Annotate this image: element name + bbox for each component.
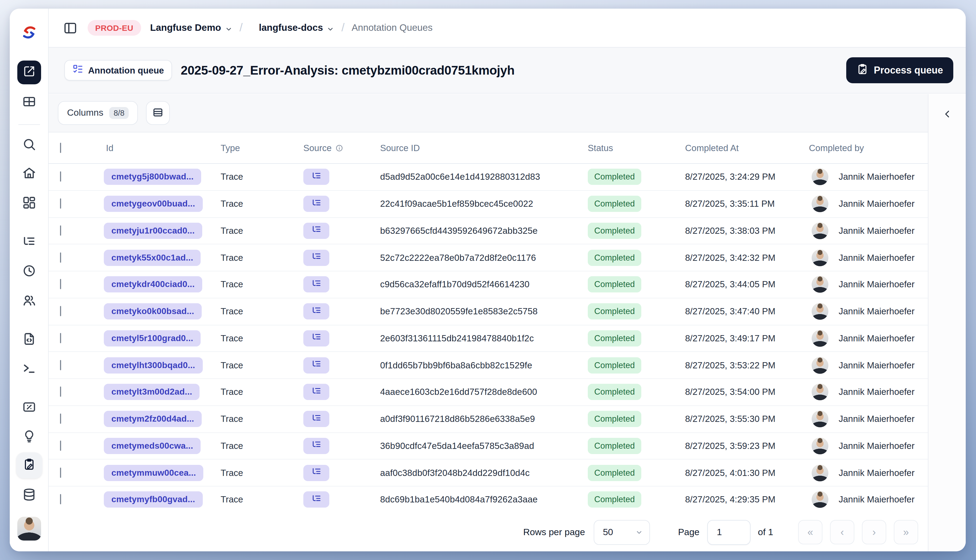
- sidebar-item-evaluators[interactable]: [22, 429, 36, 443]
- search-icon: [22, 137, 36, 152]
- column-header-completed-at[interactable]: Completed At: [685, 143, 739, 153]
- source-trace-chip[interactable]: [304, 330, 329, 347]
- queue-item-id-badge[interactable]: cmetymeds00cwa...: [104, 438, 200, 454]
- table-row[interactable]: cmetymeds00cwa... Trace 36b90cdfc47e5da1…: [48, 433, 928, 460]
- sidebar-item-tracing-table[interactable]: [22, 95, 36, 108]
- queue-item-id-badge[interactable]: cmetyg5j800bwad...: [104, 169, 201, 185]
- source-trace-chip[interactable]: [304, 492, 329, 508]
- source-trace-chip[interactable]: [304, 223, 329, 239]
- status-badge: Completed: [588, 330, 641, 347]
- previous-page-button[interactable]: ‹: [830, 520, 854, 544]
- table-row[interactable]: cmetym2fz00d4ad... Trace a0df3f901167218…: [48, 406, 928, 433]
- table-row[interactable]: cmetygeov00buad... Trace 22c41f09acae5b1…: [48, 191, 928, 218]
- sidebar-item-playground[interactable]: [22, 361, 36, 375]
- row-checkbox[interactable]: [60, 387, 61, 397]
- sidebar-item-annotation-queues-active[interactable]: [16, 452, 42, 478]
- table-row[interactable]: cmetyko0k00bsad... Trace be7723e30d80205…: [48, 298, 928, 325]
- column-header-id[interactable]: Id: [106, 143, 113, 153]
- table-row[interactable]: cmetylht300bqad0... Trace 0f1dd65b7bb9bf…: [48, 352, 928, 379]
- item-type: Trace: [220, 252, 243, 263]
- row-checkbox[interactable]: [60, 333, 61, 343]
- table-row[interactable]: cmetyl5r100grad0... Trace 2e603f31361115…: [48, 325, 928, 352]
- sidebar-item-search[interactable]: [22, 137, 36, 152]
- sidebar-item-go-to-project[interactable]: [17, 60, 41, 84]
- next-page-button[interactable]: ›: [862, 520, 886, 544]
- column-header-completed-by[interactable]: Completed by: [809, 143, 864, 153]
- table-row[interactable]: cmetyk55x00c1ad... Trace 52c72c2222ea78e…: [48, 245, 928, 272]
- row-checkbox[interactable]: [60, 198, 61, 208]
- breadcrumb-bar: PROD-EU Langfuse Demo / langfuse-docs / …: [48, 8, 966, 48]
- completed-by-avatar: [812, 384, 828, 400]
- row-checkbox[interactable]: [60, 225, 61, 236]
- sidebar-item-datasets[interactable]: [22, 488, 36, 502]
- info-icon[interactable]: [335, 144, 344, 152]
- sidebar-toggle-icon[interactable]: [63, 21, 77, 35]
- environment-badge[interactable]: PROD-EU: [88, 20, 141, 36]
- row-checkbox[interactable]: [60, 440, 61, 451]
- queue-item-id-badge[interactable]: cmetylht300bqad0...: [104, 357, 203, 373]
- org-switcher[interactable]: Langfuse Demo: [150, 22, 232, 33]
- row-checkbox[interactable]: [60, 467, 61, 478]
- sidebar-item-dashboards[interactable]: [22, 196, 36, 210]
- column-header-status[interactable]: Status: [588, 143, 613, 153]
- page-number-input[interactable]: 1: [707, 520, 750, 545]
- columns-button[interactable]: Columns 8/8: [58, 101, 138, 125]
- queue-item-id-badge[interactable]: cmetykdr400ciad0...: [104, 277, 202, 293]
- row-checkbox[interactable]: [60, 494, 61, 505]
- rows-per-page-select[interactable]: 50: [594, 520, 650, 545]
- table-row[interactable]: cmetymyfb00gvad... Trace 8dc69b1ba1e540b…: [48, 487, 928, 513]
- row-checkbox[interactable]: [60, 413, 61, 424]
- sidebar-item-sessions[interactable]: [22, 264, 36, 278]
- source-trace-chip[interactable]: [304, 411, 329, 427]
- source-trace-chip[interactable]: [304, 384, 329, 400]
- source-trace-chip[interactable]: [304, 196, 329, 212]
- sidebar-item-home[interactable]: [22, 166, 36, 180]
- first-page-button[interactable]: «: [798, 520, 823, 544]
- project-switcher[interactable]: langfuse-docs: [259, 22, 334, 33]
- column-header-source[interactable]: Source: [304, 143, 344, 153]
- row-checkbox[interactable]: [60, 172, 61, 182]
- queue-item-id-badge[interactable]: cmetyju1r00ccad0...: [104, 223, 202, 239]
- table-row[interactable]: cmetyg5j800bwad... Trace d5ad9d52a00c6e1…: [48, 164, 928, 191]
- source-trace-chip[interactable]: [304, 250, 329, 266]
- source-trace-chip[interactable]: [304, 357, 329, 373]
- source-trace-chip[interactable]: [304, 438, 329, 454]
- row-checkbox[interactable]: [60, 252, 61, 262]
- table-row[interactable]: cmetymmuw00cea... Trace aaf0c38db0f3f204…: [48, 460, 928, 487]
- queue-item-id-badge[interactable]: cmetygeov00buad...: [104, 196, 203, 212]
- row-height-button[interactable]: [146, 101, 170, 125]
- select-all-checkbox[interactable]: [60, 142, 61, 153]
- source-trace-chip[interactable]: [304, 303, 329, 320]
- sidebar-item-traces[interactable]: [22, 235, 36, 248]
- column-header-source-id[interactable]: Source ID: [380, 143, 420, 153]
- status-badge: Completed: [588, 223, 641, 239]
- queue-item-id-badge[interactable]: cmetyko0k00bsad...: [104, 303, 202, 320]
- sidebar-item-prompts[interactable]: [22, 332, 36, 346]
- queue-item-id-badge[interactable]: cmetymmuw00cea...: [104, 465, 204, 481]
- source-trace-chip[interactable]: [304, 169, 329, 185]
- expand-panel-button[interactable]: [936, 104, 958, 125]
- user-avatar-menu[interactable]: [17, 517, 41, 540]
- langfuse-logo[interactable]: [21, 24, 37, 40]
- queue-item-id-badge[interactable]: cmetylt3m00d2ad...: [104, 384, 200, 400]
- queue-item-id-badge[interactable]: cmetyl5r100grad0...: [104, 330, 201, 347]
- process-queue-button[interactable]: Process queue: [846, 57, 953, 83]
- row-checkbox[interactable]: [60, 279, 61, 290]
- columns-count-badge: 8/8: [109, 107, 129, 119]
- source-trace-chip[interactable]: [304, 465, 329, 481]
- table-row[interactable]: cmetyju1r00ccad0... Trace b63297665cfd44…: [48, 218, 928, 245]
- sidebar-item-users[interactable]: [22, 293, 36, 308]
- column-header-type[interactable]: Type: [220, 143, 240, 153]
- breadcrumb-current-page[interactable]: Annotation Queues: [352, 22, 432, 33]
- rows-icon: [152, 106, 164, 120]
- table-row[interactable]: cmetykdr400ciad0... Trace c9d56ca32efaff…: [48, 272, 928, 298]
- table-row[interactable]: cmetylt3m00d2ad... Trace 4aaece1603cb2e1…: [48, 379, 928, 406]
- queue-item-id-badge[interactable]: cmetym2fz00d4ad...: [104, 411, 202, 427]
- row-checkbox[interactable]: [60, 360, 61, 370]
- queue-item-id-badge[interactable]: cmetyk55x00c1ad...: [104, 250, 201, 266]
- last-page-button[interactable]: »: [894, 520, 918, 544]
- row-checkbox[interactable]: [60, 306, 61, 316]
- source-trace-chip[interactable]: [304, 277, 329, 293]
- queue-item-id-badge[interactable]: cmetymyfb00gvad...: [104, 492, 203, 508]
- sidebar-item-scores[interactable]: [22, 400, 36, 414]
